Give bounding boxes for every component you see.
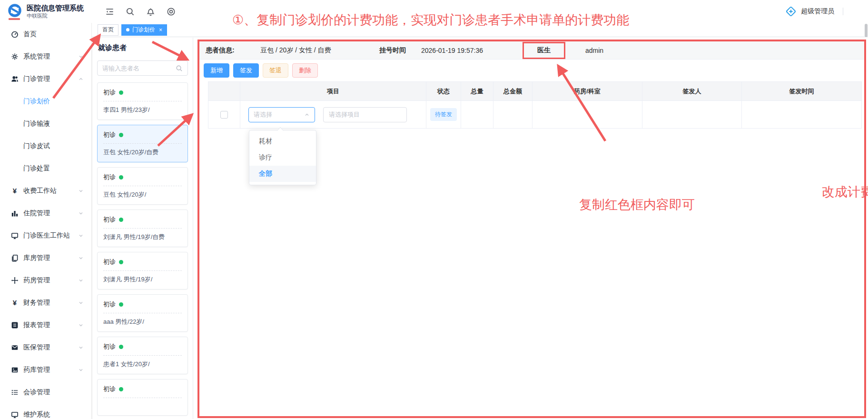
search-icon[interactable] (126, 7, 135, 16)
sidebar-item-warehouse[interactable]: 库房管理 (0, 247, 91, 269)
scrollbar-thumb[interactable] (865, 24, 868, 37)
patient-card[interactable]: 初诊 aaa 男性/22岁/ (97, 294, 188, 332)
status-dot (119, 302, 123, 307)
screenfull-icon[interactable] (167, 7, 176, 16)
divider (103, 270, 182, 271)
patient-card[interactable]: 初诊 刘潇凡 男性/19岁/ (97, 252, 188, 289)
table-row: 请选择 待签发 (208, 101, 862, 129)
hospital-logo-icon (7, 3, 23, 20)
reg-time-value: 2026-01-19 19:57:36 (421, 41, 483, 60)
sidebar-item-drug-store[interactable]: 药库管理 (0, 359, 91, 381)
patient-card[interactable]: 初诊 刘潇凡 男性/19岁/自费 (97, 210, 188, 247)
patient-info-value: 豆包 / 20岁 / 女性 / 自费 (260, 41, 331, 60)
tab-outpatient-pricing[interactable]: 门诊划价 × (121, 24, 167, 36)
dropdown-option-treatment[interactable]: 诊疗 (249, 150, 316, 166)
patient-info (103, 402, 182, 410)
patient-card[interactable]: 初诊 (97, 379, 188, 416)
dropdown-option-all[interactable]: 全部 (249, 166, 316, 182)
issue-time-cell (742, 101, 862, 129)
status-dot (119, 387, 123, 391)
sidebar-subitem-pricing[interactable]: 门诊划价 (0, 90, 91, 112)
sidebar-item-doctor-station[interactable]: 门诊医生工作站 (0, 224, 91, 247)
header-issuer: 签发人 (642, 82, 742, 101)
issue-button[interactable]: 签发 (233, 63, 259, 78)
sidebar-nav: 首页 系统管理 门诊管理 门诊划价 门诊输液 门诊皮试 门诊处置 ¥ 收费工作站… (0, 23, 92, 419)
status-dot (119, 260, 123, 264)
status-dot (119, 90, 123, 95)
app-window: 医院信息管理系统 中联医院 超级管理员 首页 门诊划价 × 首页 (0, 0, 868, 419)
status-dot (119, 218, 123, 222)
medical-cross-icon (785, 5, 797, 18)
visiting-patients-panel: 就诊患者 初诊 李四1 男性/23岁/ 初诊 豆包 女性/20岁/自费 初诊 豆… (92, 38, 193, 419)
patient-card[interactable]: 初诊 患者1 女性/20岁/ (97, 337, 188, 374)
delete-button[interactable]: 删除 (292, 63, 318, 78)
app-title: 医院信息管理系统 (27, 4, 84, 12)
tab-home[interactable]: 首页 (98, 24, 118, 36)
billing-table: 项目 状态 总量 总金额 药房/科室 签发人 签发时间 请选择 (208, 81, 862, 129)
header-total: 总量 (461, 82, 493, 101)
item-search-input[interactable] (323, 107, 407, 122)
sidebar-item-home[interactable]: 首页 (0, 23, 91, 45)
fold-menu-icon[interactable] (105, 7, 114, 16)
documents-icon (11, 254, 19, 262)
user-role-label: 超级管理员 (801, 7, 834, 16)
user-menu[interactable]: 超级管理员 (785, 0, 843, 23)
sidebar-item-inpatient[interactable]: 住院管理 (0, 202, 91, 224)
sidebar-item-charge-station[interactable]: ¥ 收费工作站 (0, 180, 91, 202)
sidebar-subitem-skin-test[interactable]: 门诊皮试 (0, 135, 91, 157)
gear-icon (11, 53, 19, 60)
close-icon[interactable]: × (159, 27, 162, 33)
header-checkbox (208, 82, 240, 101)
sidebar-item-consultation[interactable]: 会诊管理 (0, 381, 91, 403)
yen-icon: ¥ (11, 299, 19, 307)
hospital-name: 中联医院 (27, 13, 84, 19)
sidebar-item-insurance[interactable]: 医保管理 (0, 336, 91, 359)
chevron-down-icon (78, 300, 84, 306)
divider (103, 313, 182, 313)
dropdown-option-consumables[interactable]: 耗材 (249, 133, 316, 150)
patient-card[interactable]: 初诊 李四1 男性/23岁/ (97, 82, 188, 120)
sidebar-item-maintenance[interactable]: 维护系统 (0, 403, 91, 419)
sidebar-item-system[interactable]: 系统管理 (0, 45, 91, 68)
sidebar-item-pharmacy[interactable]: 药房管理 (0, 269, 91, 291)
chevron-down-icon (78, 322, 84, 328)
sidebar-item-reports[interactable]: 报表管理 (0, 314, 91, 336)
patient-search-input[interactable] (102, 65, 176, 72)
add-button[interactable]: 新增 (204, 63, 229, 78)
status-dot (119, 345, 123, 349)
patient-info: 刘潇凡 男性/19岁/自费 (103, 233, 182, 241)
sidebar-item-outpatient[interactable]: 门诊管理 (0, 68, 91, 90)
header-status: 状态 (426, 82, 461, 101)
monitor-icon (11, 232, 19, 239)
chevron-down-icon (78, 54, 84, 60)
amount-cell (493, 101, 533, 129)
chevron-down-icon (78, 278, 84, 283)
checkout-button[interactable]: 签退 (263, 63, 288, 78)
patient-card-selected[interactable]: 初诊 豆包 女性/20岁/自费 (97, 125, 188, 162)
row-checkbox[interactable] (220, 111, 228, 119)
doctor-label-highlight-box: 医生 (523, 42, 565, 59)
patient-info-label: 患者信息: (206, 41, 235, 60)
bell-icon[interactable] (146, 7, 155, 16)
logo-caption (9, 18, 20, 20)
sidebar-item-finance[interactable]: ¥ 财务管理 (0, 291, 91, 314)
list-icon (11, 389, 19, 396)
search-icon[interactable] (176, 65, 183, 72)
patient-info: 豆包 女性/20岁/自费 (103, 148, 182, 157)
category-dropdown: 耗材 诊疗 全部 (249, 130, 316, 185)
issuer-cell (642, 101, 742, 129)
sidebar-subitem-infusion[interactable]: 门诊输液 (0, 112, 91, 135)
patient-card[interactable]: 初诊 豆包 女性/20岁/ (97, 167, 188, 205)
patient-info: 患者1 女性/20岁/ (103, 360, 182, 369)
header-amount: 总金额 (493, 82, 533, 101)
header-item: 项目 (240, 82, 426, 101)
billing-main-area: 患者信息: 豆包 / 20岁 / 女性 / 自费 挂号时间 2026-01-19… (197, 40, 866, 418)
divider (103, 228, 182, 229)
envelope-icon (11, 344, 19, 351)
header-pharmacy: 药房/科室 (533, 82, 642, 101)
table-header-row: 项目 状态 总量 总金额 药房/科室 签发人 签发时间 (208, 82, 862, 101)
sidebar-subitem-disposal[interactable]: 门诊处置 (0, 157, 91, 180)
chevron-down-icon (78, 255, 84, 261)
image-icon (11, 366, 19, 374)
category-select[interactable]: 请选择 (248, 107, 315, 122)
